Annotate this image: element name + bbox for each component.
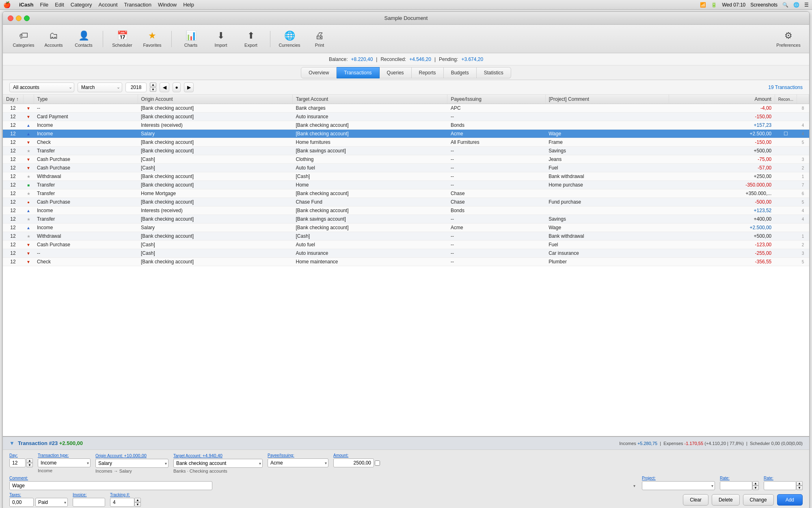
table-row[interactable]: 12 ▼ -- [Cash] Auto insurance -- Car ins… bbox=[3, 249, 809, 258]
table-row[interactable]: 12 ★ Withdrawal [Bank checking account] … bbox=[3, 172, 809, 181]
rate1-up[interactable]: ▲ bbox=[752, 481, 759, 486]
tab-budgets[interactable]: Budgets bbox=[444, 67, 477, 78]
table-row[interactable]: 12 ▼ -- [Bank checking account] Bank cha… bbox=[3, 104, 809, 113]
transactions-table-container[interactable]: Day ↑ Type Origin Account Target Account… bbox=[3, 95, 809, 436]
table-row[interactable]: 12 ▼ Check [Bank checking account] Home … bbox=[3, 258, 809, 266]
search-icon[interactable]: 🔍 bbox=[782, 2, 788, 8]
table-row[interactable]: 12 ▼ Check [Bank checking account] Home … bbox=[3, 138, 809, 147]
tab-transactions[interactable]: Transactions bbox=[337, 67, 379, 78]
menu-account[interactable]: Account bbox=[99, 2, 118, 8]
tracking-up[interactable]: ▲ bbox=[134, 498, 141, 502]
col-payee[interactable]: Payee/Issuing bbox=[447, 95, 545, 104]
cell-recon[interactable] bbox=[775, 206, 797, 215]
invoice-input[interactable] bbox=[73, 498, 105, 507]
col-amount[interactable]: Amount bbox=[669, 95, 775, 104]
menu-category[interactable]: Category bbox=[71, 2, 92, 8]
month-filter[interactable]: March bbox=[78, 82, 122, 92]
rate2-input[interactable] bbox=[764, 481, 796, 490]
cell-recon[interactable] bbox=[775, 189, 797, 198]
next-btn[interactable]: ▶ bbox=[184, 82, 194, 92]
cell-recon[interactable] bbox=[775, 138, 797, 147]
today-btn[interactable]: ● bbox=[173, 82, 181, 92]
tab-queries[interactable]: Queries bbox=[380, 67, 412, 78]
table-row[interactable]: 12 ▼ Cash Purchase [Cash] Auto fuel -- F… bbox=[3, 241, 809, 249]
toolbar-charts[interactable]: 📊 Charts bbox=[177, 28, 205, 50]
cell-recon[interactable] bbox=[775, 172, 797, 181]
project-label[interactable]: Project: bbox=[642, 476, 715, 480]
cell-recon[interactable] bbox=[775, 104, 797, 113]
account-filter[interactable]: All accounts bbox=[9, 82, 74, 92]
add-button[interactable]: Add bbox=[777, 494, 803, 506]
close-button[interactable] bbox=[8, 15, 13, 21]
table-row[interactable]: 12 ▲ Income Salary [Bank checking accoun… bbox=[3, 224, 809, 232]
target-account-label[interactable]: Target Account: +4.940,40 bbox=[173, 453, 263, 458]
col-origin[interactable]: Origin Account bbox=[138, 95, 292, 104]
menu-edit[interactable]: Edit bbox=[55, 2, 64, 8]
amount-checkbox[interactable] bbox=[375, 460, 380, 466]
paid-select[interactable]: Paid bbox=[35, 498, 68, 507]
transaction-type-select[interactable]: Income bbox=[38, 458, 91, 467]
rate2-up[interactable]: ▲ bbox=[796, 481, 803, 486]
cell-recon[interactable]: ☐ bbox=[775, 130, 797, 138]
col-comment[interactable]: [Project] Comment bbox=[545, 95, 669, 104]
delete-button[interactable]: Delete bbox=[712, 494, 740, 506]
table-row[interactable]: 12 ▲ Income Interests (received) [Bank c… bbox=[3, 121, 809, 130]
toolbar-print[interactable]: 🖨 Print bbox=[305, 28, 334, 50]
cell-recon[interactable] bbox=[775, 241, 797, 249]
cell-recon[interactable] bbox=[775, 198, 797, 206]
preferences-btn[interactable]: ⚙ Preferences bbox=[774, 28, 803, 50]
year-input[interactable] bbox=[125, 82, 147, 92]
rate2-down[interactable]: ▼ bbox=[796, 486, 803, 490]
cell-recon[interactable] bbox=[775, 258, 797, 266]
prev-btn[interactable]: ◀ bbox=[160, 82, 169, 92]
toolbar-accounts[interactable]: 🗂 Accounts bbox=[39, 28, 68, 50]
cell-recon[interactable] bbox=[775, 215, 797, 224]
table-row[interactable]: 12 ▲ Income Salary [Bank checking accoun… bbox=[3, 130, 809, 138]
change-button[interactable]: Change bbox=[743, 494, 774, 506]
tab-reports[interactable]: Reports bbox=[412, 67, 444, 78]
table-row[interactable]: 12 ★ Transfer [Bank checking account] [B… bbox=[3, 215, 809, 224]
year-down-btn[interactable]: ▼ bbox=[150, 87, 156, 92]
transaction-type-label[interactable]: Transaction type: bbox=[38, 453, 91, 458]
amount-input[interactable] bbox=[333, 458, 374, 467]
maximize-button[interactable] bbox=[24, 15, 30, 21]
table-row[interactable]: 12 ★ Withdrawal [Bank checking account] … bbox=[3, 232, 809, 241]
origin-account-select[interactable]: Salary bbox=[95, 459, 168, 468]
origin-account-label[interactable]: Origin Account: +10.000,00 bbox=[95, 453, 168, 458]
cell-recon[interactable] bbox=[775, 232, 797, 241]
toolbar-currencies[interactable]: 🌐 Currencies bbox=[275, 28, 304, 50]
day-label[interactable]: Day: bbox=[9, 453, 33, 458]
cell-recon[interactable] bbox=[775, 224, 797, 232]
payee-select[interactable]: Acme bbox=[268, 458, 328, 467]
table-row[interactable]: 12 ● Cash Purchase [Bank checking accoun… bbox=[3, 198, 809, 206]
tab-statistics[interactable]: Statistics bbox=[477, 67, 511, 78]
tracking-down[interactable]: ▼ bbox=[134, 502, 141, 507]
menu-help[interactable]: Help bbox=[183, 2, 194, 8]
table-row[interactable]: 12 ★ Transfer Home Mortgage [Bank checki… bbox=[3, 189, 809, 198]
target-account-select[interactable]: Bank checking account bbox=[173, 459, 263, 468]
tracking-input[interactable] bbox=[110, 498, 134, 507]
taxes-input[interactable] bbox=[9, 498, 34, 507]
day-up[interactable]: ▲ bbox=[26, 458, 33, 463]
toolbar-favorites[interactable]: ★ Favorites bbox=[138, 28, 166, 50]
clear-button[interactable]: Clear bbox=[683, 494, 708, 506]
payee-label[interactable]: Payee/Issuing: bbox=[268, 453, 328, 458]
minimize-button[interactable] bbox=[16, 15, 22, 21]
comment-select[interactable]: Wage bbox=[9, 481, 212, 490]
menu-window[interactable]: Window bbox=[158, 2, 177, 8]
table-row[interactable]: 12 ★ Transfer [Bank checking account] [B… bbox=[3, 147, 809, 155]
table-row[interactable]: 12 ■ Transfer [Bank checking account] Ho… bbox=[3, 181, 809, 189]
table-row[interactable]: 12 ▼ Cash Purchase [Cash] Clothing -- Je… bbox=[3, 155, 809, 164]
toolbar-export[interactable]: ⬆ Export bbox=[237, 28, 265, 50]
col-day[interactable]: Day ↑ bbox=[3, 95, 23, 104]
menu-file[interactable]: File bbox=[40, 2, 48, 8]
toolbar-import[interactable]: ⬇ Import bbox=[207, 28, 235, 50]
cell-recon[interactable] bbox=[775, 113, 797, 121]
comment-label[interactable]: Comment: bbox=[9, 476, 637, 480]
cell-recon[interactable] bbox=[775, 147, 797, 155]
toolbar-categories[interactable]: 🏷 Categories bbox=[9, 28, 38, 50]
cell-recon[interactable] bbox=[775, 249, 797, 258]
table-row[interactable]: 12 ▲ Income Interests (received) [Bank c… bbox=[3, 206, 809, 215]
cell-recon[interactable] bbox=[775, 121, 797, 130]
tab-overview[interactable]: Overview bbox=[301, 67, 337, 78]
